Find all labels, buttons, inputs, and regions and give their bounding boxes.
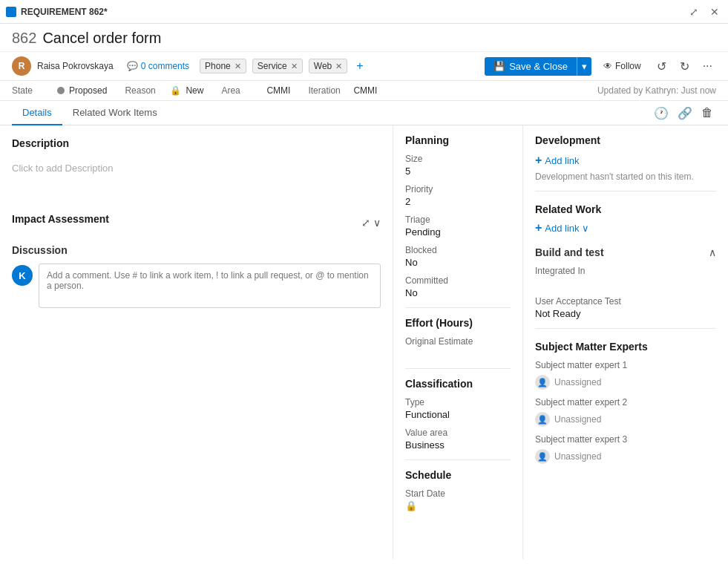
tag-service-label: Service: [258, 61, 287, 71]
impact-collapse-button[interactable]: ∨: [373, 217, 381, 229]
value-area-label: Value area: [405, 428, 511, 438]
reason-field: Reason 🔒 New: [125, 85, 203, 96]
add-link-icon: +: [535, 154, 542, 167]
close-button[interactable]: ✕: [707, 4, 722, 19]
development-add-link-button[interactable]: + Add link: [535, 154, 580, 167]
title-bar-right: ⤢ ✕: [686, 4, 722, 19]
state-value[interactable]: Proposed: [69, 85, 107, 96]
history-button[interactable]: 🕐: [651, 103, 672, 123]
development-add-link-label: Add link: [545, 155, 579, 166]
tag-phone-label: Phone: [205, 61, 231, 71]
lock-icon: 🔒: [170, 85, 181, 96]
user-name: Raisa Pokrovskaya: [37, 61, 114, 71]
priority-label: Priority: [405, 184, 511, 194]
discussion-avatar: K: [12, 265, 33, 286]
related-work-add-link-label: Add link ∨: [545, 223, 589, 234]
state-field: State Proposed: [12, 85, 107, 96]
uat-value[interactable]: Not Ready: [535, 308, 716, 319]
sme-section: Subject Matter Experts Subject matter ex…: [535, 341, 716, 464]
area-field: Area CMMI: [221, 85, 290, 96]
sme1-label: Subject matter expert 1: [535, 360, 716, 370]
sme1-avatar: 👤: [535, 375, 550, 390]
size-value[interactable]: 5: [405, 166, 511, 177]
committed-value[interactable]: No: [405, 287, 511, 298]
sme3-avatar: 👤: [535, 449, 550, 464]
add-tag-button[interactable]: +: [353, 59, 366, 73]
priority-value[interactable]: 2: [405, 196, 511, 207]
size-label: Size: [405, 154, 511, 164]
title-bar-text: REQUIREMENT 862*: [21, 7, 108, 17]
title-bar-left: REQUIREMENT 862*: [6, 7, 108, 17]
save-close-main[interactable]: 💾 Save & Close: [485, 57, 577, 76]
state-row: State Proposed Reason 🔒 New Area CMMI It…: [0, 81, 728, 101]
delete-button[interactable]: 🗑: [698, 103, 716, 122]
description-placeholder[interactable]: Click to add Description: [12, 157, 381, 201]
integrated-in-label: Integrated In: [535, 266, 716, 276]
save-close-label: Save & Close: [509, 61, 568, 72]
original-estimate-value[interactable]: [405, 348, 511, 359]
title-bar: REQUIREMENT 862* ⤢ ✕: [0, 0, 728, 24]
state-dot: [57, 87, 65, 94]
redo-button[interactable]: ↻: [676, 57, 693, 76]
iteration-field: Iteration CMMI: [308, 85, 377, 96]
comments-label: 0 comments: [141, 61, 189, 71]
area-value[interactable]: CMMI: [266, 85, 290, 96]
tag-service-close[interactable]: ✕: [291, 62, 298, 71]
reason-value[interactable]: New: [186, 85, 203, 96]
follow-button[interactable]: 👁 Follow: [597, 58, 647, 74]
more-actions-button[interactable]: ···: [699, 57, 716, 75]
tag-web-close[interactable]: ✕: [335, 62, 342, 71]
middle-panel: Planning Size 5 Priority 2 Triage Pendin…: [393, 125, 523, 559]
save-close-button[interactable]: 💾 Save & Close ▾: [485, 57, 591, 76]
right-panel: Development + Add link Development hasn'…: [523, 125, 728, 559]
related-work-add-link-button[interactable]: + Add link ∨: [535, 221, 589, 235]
comments-button[interactable]: 💬 0 comments: [122, 59, 194, 73]
impact-assessment-title: Impact Assessment: [12, 213, 109, 225]
discussion-input[interactable]: [39, 264, 381, 308]
sme2-label: Subject matter expert 2: [535, 397, 716, 408]
tab-related-work-items[interactable]: Related Work Items: [62, 101, 168, 125]
follow-label: Follow: [615, 61, 641, 71]
build-test-header: Build and test ∧: [535, 246, 716, 258]
comments-icon: 💬: [127, 61, 138, 71]
sme3-label: Subject matter expert 3: [535, 434, 716, 445]
tag-phone: Phone ✕: [200, 59, 246, 73]
main-content: Description Click to add Description Imp…: [0, 125, 728, 559]
undo-button[interactable]: ↺: [653, 57, 670, 76]
sme3-value[interactable]: Unassigned: [554, 451, 601, 462]
impact-expand-button[interactable]: ⤢: [361, 217, 370, 229]
avatar: R: [12, 56, 31, 76]
build-test-collapse-button[interactable]: ∧: [709, 246, 716, 258]
sme2-avatar: 👤: [535, 412, 550, 427]
related-work-title: Related Work: [535, 203, 716, 215]
triage-value[interactable]: Pending: [405, 226, 511, 238]
build-test-title: Build and test: [535, 246, 604, 258]
start-date-value[interactable]: 🔒: [405, 500, 511, 511]
blocked-label: Blocked: [405, 245, 511, 255]
type-label: Type: [405, 397, 511, 408]
save-close-dropdown[interactable]: ▾: [577, 57, 591, 76]
blocked-value[interactable]: No: [405, 257, 511, 268]
tag-web: Web ✕: [309, 59, 347, 73]
work-item-title: Cancel order form: [42, 30, 161, 47]
integrated-in-value[interactable]: [535, 278, 716, 289]
link-button[interactable]: 🔗: [675, 103, 695, 123]
value-area-value[interactable]: Business: [405, 439, 511, 451]
development-empty-text: Development hasn't started on this item.: [535, 171, 716, 182]
iteration-value[interactable]: CMMI: [353, 85, 377, 96]
tag-phone-close[interactable]: ✕: [235, 62, 241, 71]
impact-assessment-header: Impact Assessment ⤢ ∨: [12, 213, 381, 232]
type-value[interactable]: Functional: [405, 409, 511, 420]
description-title: Description: [12, 137, 381, 149]
sme-title: Subject Matter Experts: [535, 341, 716, 353]
committed-label: Committed: [405, 275, 511, 286]
minimize-button[interactable]: ⤢: [686, 4, 701, 19]
tab-nav: Details Related Work Items 🕐 🔗 🗑: [0, 101, 728, 125]
updated-text: Updated by Kathryn: Just now: [597, 85, 716, 96]
discussion-title: Discussion: [12, 244, 381, 256]
tab-details[interactable]: Details: [12, 101, 62, 125]
sme2-value[interactable]: Unassigned: [554, 414, 601, 425]
sme1-value[interactable]: Unassigned: [554, 377, 601, 387]
classification-title: Classification: [405, 378, 511, 390]
start-date-label: Start Date: [405, 488, 511, 499]
